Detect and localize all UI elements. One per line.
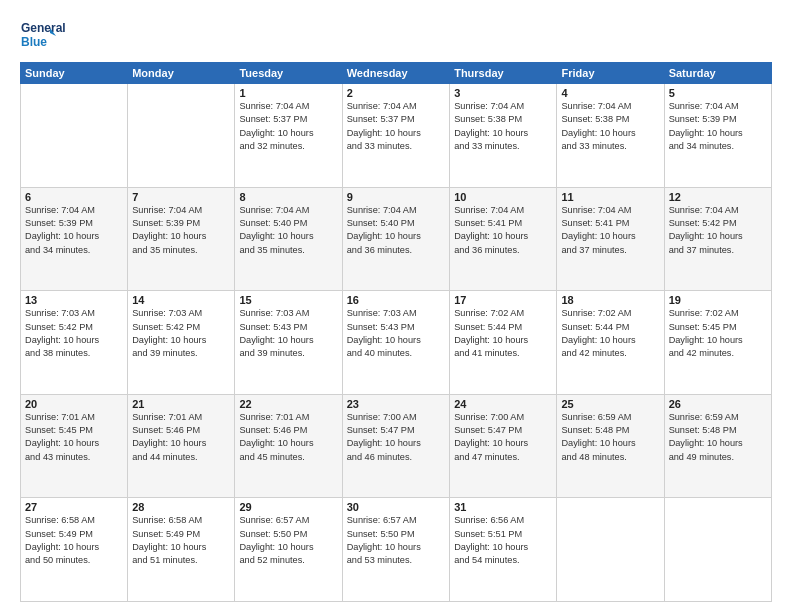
week-row-5: 27Sunrise: 6:58 AM Sunset: 5:49 PM Dayli…	[21, 498, 772, 602]
weekday-header-monday: Monday	[128, 63, 235, 84]
calendar-cell: 31Sunrise: 6:56 AM Sunset: 5:51 PM Dayli…	[450, 498, 557, 602]
calendar-cell: 27Sunrise: 6:58 AM Sunset: 5:49 PM Dayli…	[21, 498, 128, 602]
calendar-cell: 2Sunrise: 7:04 AM Sunset: 5:37 PM Daylig…	[342, 84, 449, 188]
day-info: Sunrise: 6:57 AM Sunset: 5:50 PM Dayligh…	[347, 514, 445, 567]
weekday-header-friday: Friday	[557, 63, 664, 84]
day-info: Sunrise: 7:04 AM Sunset: 5:40 PM Dayligh…	[239, 204, 337, 257]
weekday-header-tuesday: Tuesday	[235, 63, 342, 84]
week-row-4: 20Sunrise: 7:01 AM Sunset: 5:45 PM Dayli…	[21, 394, 772, 498]
calendar-cell: 3Sunrise: 7:04 AM Sunset: 5:38 PM Daylig…	[450, 84, 557, 188]
calendar-cell: 25Sunrise: 6:59 AM Sunset: 5:48 PM Dayli…	[557, 394, 664, 498]
calendar-cell: 13Sunrise: 7:03 AM Sunset: 5:42 PM Dayli…	[21, 291, 128, 395]
day-info: Sunrise: 7:03 AM Sunset: 5:43 PM Dayligh…	[239, 307, 337, 360]
day-number: 5	[669, 87, 767, 99]
weekday-header-sunday: Sunday	[21, 63, 128, 84]
weekday-header-thursday: Thursday	[450, 63, 557, 84]
day-number: 11	[561, 191, 659, 203]
calendar-cell: 16Sunrise: 7:03 AM Sunset: 5:43 PM Dayli…	[342, 291, 449, 395]
day-number: 3	[454, 87, 552, 99]
day-number: 26	[669, 398, 767, 410]
calendar-cell: 30Sunrise: 6:57 AM Sunset: 5:50 PM Dayli…	[342, 498, 449, 602]
day-info: Sunrise: 7:04 AM Sunset: 5:39 PM Dayligh…	[669, 100, 767, 153]
day-info: Sunrise: 6:59 AM Sunset: 5:48 PM Dayligh…	[669, 411, 767, 464]
svg-text:General: General	[21, 21, 66, 35]
day-number: 6	[25, 191, 123, 203]
day-number: 1	[239, 87, 337, 99]
day-info: Sunrise: 7:04 AM Sunset: 5:37 PM Dayligh…	[239, 100, 337, 153]
logo-svg: General Blue	[20, 18, 80, 54]
day-info: Sunrise: 7:04 AM Sunset: 5:38 PM Dayligh…	[454, 100, 552, 153]
calendar-cell: 23Sunrise: 7:00 AM Sunset: 5:47 PM Dayli…	[342, 394, 449, 498]
calendar-cell: 21Sunrise: 7:01 AM Sunset: 5:46 PM Dayli…	[128, 394, 235, 498]
day-number: 4	[561, 87, 659, 99]
day-info: Sunrise: 7:04 AM Sunset: 5:37 PM Dayligh…	[347, 100, 445, 153]
day-number: 8	[239, 191, 337, 203]
day-number: 13	[25, 294, 123, 306]
day-info: Sunrise: 7:04 AM Sunset: 5:41 PM Dayligh…	[454, 204, 552, 257]
day-info: Sunrise: 7:04 AM Sunset: 5:40 PM Dayligh…	[347, 204, 445, 257]
day-info: Sunrise: 7:01 AM Sunset: 5:46 PM Dayligh…	[239, 411, 337, 464]
calendar-cell: 28Sunrise: 6:58 AM Sunset: 5:49 PM Dayli…	[128, 498, 235, 602]
page: General Blue SundayMondayTuesdayWednesda…	[0, 0, 792, 612]
day-info: Sunrise: 7:04 AM Sunset: 5:42 PM Dayligh…	[669, 204, 767, 257]
day-info: Sunrise: 7:01 AM Sunset: 5:45 PM Dayligh…	[25, 411, 123, 464]
day-info: Sunrise: 7:03 AM Sunset: 5:42 PM Dayligh…	[132, 307, 230, 360]
calendar-cell: 6Sunrise: 7:04 AM Sunset: 5:39 PM Daylig…	[21, 187, 128, 291]
calendar-cell: 10Sunrise: 7:04 AM Sunset: 5:41 PM Dayli…	[450, 187, 557, 291]
weekday-header-wednesday: Wednesday	[342, 63, 449, 84]
day-info: Sunrise: 7:04 AM Sunset: 5:38 PM Dayligh…	[561, 100, 659, 153]
day-info: Sunrise: 6:59 AM Sunset: 5:48 PM Dayligh…	[561, 411, 659, 464]
day-info: Sunrise: 6:58 AM Sunset: 5:49 PM Dayligh…	[25, 514, 123, 567]
calendar-cell	[557, 498, 664, 602]
day-number: 31	[454, 501, 552, 513]
day-number: 27	[25, 501, 123, 513]
calendar-cell: 9Sunrise: 7:04 AM Sunset: 5:40 PM Daylig…	[342, 187, 449, 291]
day-number: 29	[239, 501, 337, 513]
weekday-header-saturday: Saturday	[664, 63, 771, 84]
day-number: 2	[347, 87, 445, 99]
day-number: 28	[132, 501, 230, 513]
day-number: 21	[132, 398, 230, 410]
weekday-header-row: SundayMondayTuesdayWednesdayThursdayFrid…	[21, 63, 772, 84]
day-info: Sunrise: 7:00 AM Sunset: 5:47 PM Dayligh…	[347, 411, 445, 464]
calendar-cell: 26Sunrise: 6:59 AM Sunset: 5:48 PM Dayli…	[664, 394, 771, 498]
calendar-cell: 19Sunrise: 7:02 AM Sunset: 5:45 PM Dayli…	[664, 291, 771, 395]
calendar-table: SundayMondayTuesdayWednesdayThursdayFrid…	[20, 62, 772, 602]
calendar-cell	[21, 84, 128, 188]
calendar-cell: 8Sunrise: 7:04 AM Sunset: 5:40 PM Daylig…	[235, 187, 342, 291]
day-number: 15	[239, 294, 337, 306]
calendar-cell: 15Sunrise: 7:03 AM Sunset: 5:43 PM Dayli…	[235, 291, 342, 395]
week-row-2: 6Sunrise: 7:04 AM Sunset: 5:39 PM Daylig…	[21, 187, 772, 291]
day-number: 12	[669, 191, 767, 203]
day-number: 16	[347, 294, 445, 306]
calendar-cell: 14Sunrise: 7:03 AM Sunset: 5:42 PM Dayli…	[128, 291, 235, 395]
calendar-cell: 4Sunrise: 7:04 AM Sunset: 5:38 PM Daylig…	[557, 84, 664, 188]
calendar-cell: 5Sunrise: 7:04 AM Sunset: 5:39 PM Daylig…	[664, 84, 771, 188]
week-row-1: 1Sunrise: 7:04 AM Sunset: 5:37 PM Daylig…	[21, 84, 772, 188]
day-number: 25	[561, 398, 659, 410]
day-number: 23	[347, 398, 445, 410]
day-number: 22	[239, 398, 337, 410]
day-number: 9	[347, 191, 445, 203]
calendar-cell: 17Sunrise: 7:02 AM Sunset: 5:44 PM Dayli…	[450, 291, 557, 395]
day-info: Sunrise: 7:03 AM Sunset: 5:42 PM Dayligh…	[25, 307, 123, 360]
day-number: 19	[669, 294, 767, 306]
day-number: 30	[347, 501, 445, 513]
calendar-cell: 7Sunrise: 7:04 AM Sunset: 5:39 PM Daylig…	[128, 187, 235, 291]
day-number: 14	[132, 294, 230, 306]
day-info: Sunrise: 6:56 AM Sunset: 5:51 PM Dayligh…	[454, 514, 552, 567]
header: General Blue	[20, 18, 772, 54]
day-number: 18	[561, 294, 659, 306]
calendar-cell: 18Sunrise: 7:02 AM Sunset: 5:44 PM Dayli…	[557, 291, 664, 395]
calendar-cell: 12Sunrise: 7:04 AM Sunset: 5:42 PM Dayli…	[664, 187, 771, 291]
svg-text:Blue: Blue	[21, 35, 47, 49]
day-number: 10	[454, 191, 552, 203]
calendar-cell	[128, 84, 235, 188]
day-info: Sunrise: 7:04 AM Sunset: 5:39 PM Dayligh…	[25, 204, 123, 257]
calendar-cell: 24Sunrise: 7:00 AM Sunset: 5:47 PM Dayli…	[450, 394, 557, 498]
day-info: Sunrise: 7:00 AM Sunset: 5:47 PM Dayligh…	[454, 411, 552, 464]
day-number: 7	[132, 191, 230, 203]
day-info: Sunrise: 7:04 AM Sunset: 5:41 PM Dayligh…	[561, 204, 659, 257]
week-row-3: 13Sunrise: 7:03 AM Sunset: 5:42 PM Dayli…	[21, 291, 772, 395]
day-info: Sunrise: 7:03 AM Sunset: 5:43 PM Dayligh…	[347, 307, 445, 360]
